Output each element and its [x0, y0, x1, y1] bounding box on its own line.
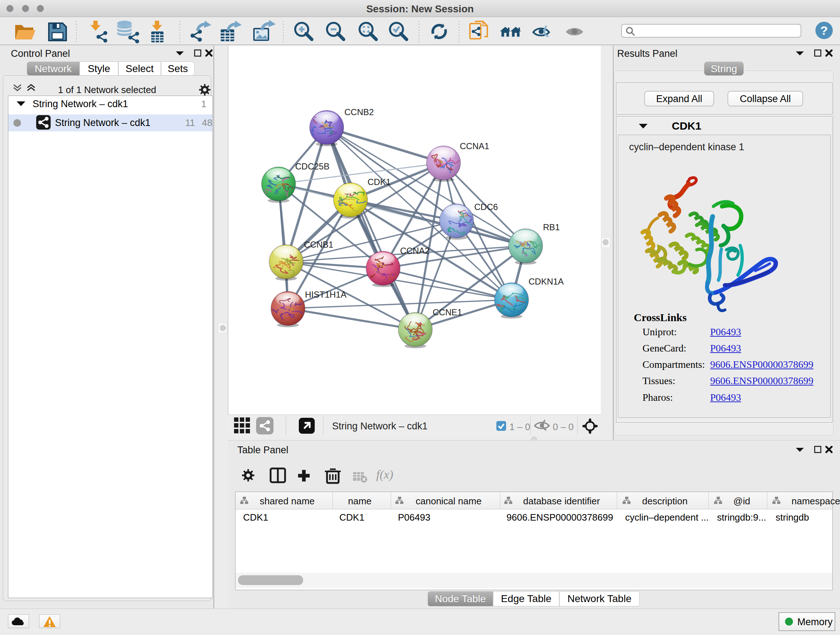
svg-text:CCNA1: CCNA1 [460, 141, 489, 151]
svg-text:CDC6: CDC6 [474, 202, 498, 212]
svg-text:CCNB1: CCNB1 [304, 240, 333, 249]
svg-text:RB1: RB1 [543, 222, 560, 232]
svg-text:CCNB2: CCNB2 [344, 107, 374, 117]
svg-text:CDC25B: CDC25B [295, 162, 330, 171]
svg-text:CCNA2: CCNA2 [400, 246, 429, 256]
svg-text:CDK1: CDK1 [368, 177, 391, 187]
svg-text:CDKN1A: CDKN1A [529, 277, 564, 287]
svg-text:HIST1H1A: HIST1H1A [305, 290, 347, 299]
svg-text:CCNE1: CCNE1 [433, 307, 462, 317]
